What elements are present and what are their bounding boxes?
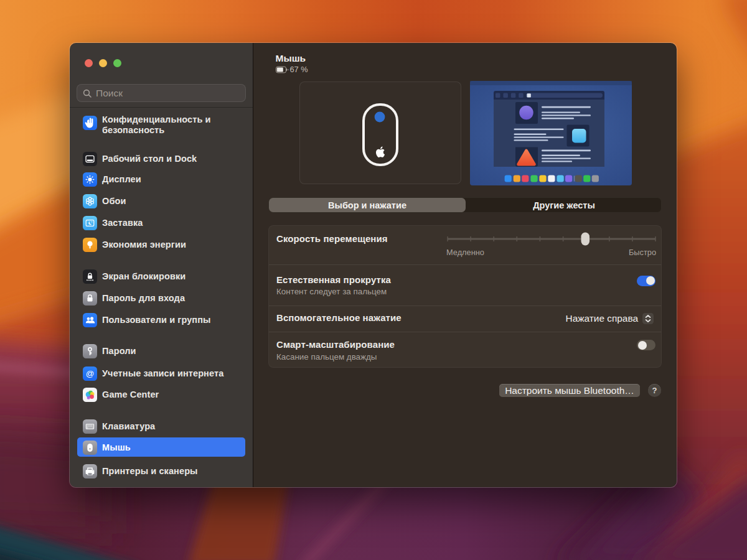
svg-text:@: @ bbox=[86, 369, 95, 378]
